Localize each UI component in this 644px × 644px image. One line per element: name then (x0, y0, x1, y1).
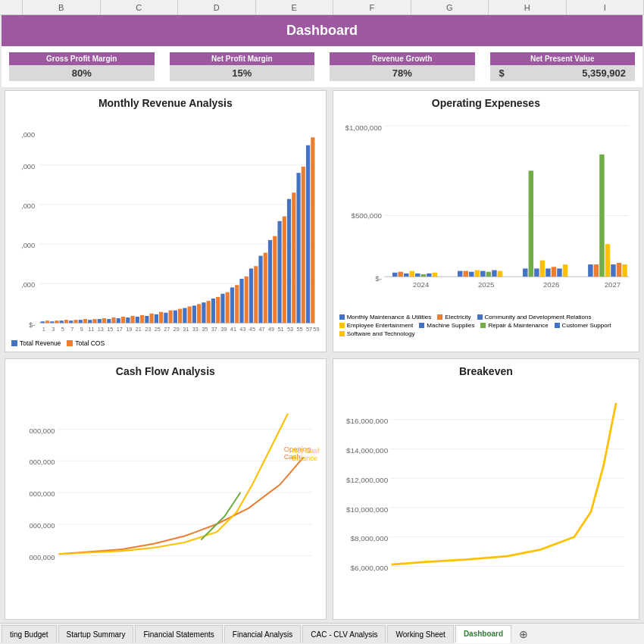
svg-rect-59 (268, 240, 272, 323)
legend-total-cos: Total COS (67, 339, 105, 347)
kpi-row: Gross Profit Margin 80% Net Profit Margi… (2, 46, 642, 87)
svg-text:,000: ,000 (21, 281, 35, 289)
svg-text:39: 39 (220, 326, 227, 333)
tab-add-button[interactable]: ⊕ (513, 625, 534, 643)
tab-cac-clv[interactable]: CAC - CLV Analysis (302, 625, 386, 643)
svg-text:47: 47 (258, 326, 264, 333)
svg-rect-118 (480, 271, 485, 277)
svg-text:000,000: 000,000 (29, 490, 55, 498)
svg-rect-55 (249, 268, 253, 323)
svg-text:000,000: 000,000 (29, 521, 55, 529)
svg-rect-12 (45, 320, 49, 323)
svg-rect-136 (622, 264, 627, 277)
svg-rect-25 (107, 319, 111, 323)
monthly-revenue-legend: Total Revenue Total COS (11, 339, 320, 347)
svg-rect-16 (64, 320, 68, 323)
kpi-npv-number: 5,359,902 (582, 67, 626, 79)
tab-bar: ting Budget Startup Summary Financial St… (0, 623, 644, 644)
legend-repair: Repair & Maintenance (480, 322, 548, 329)
svg-rect-64 (292, 192, 295, 323)
svg-text:2025: 2025 (478, 280, 495, 289)
kpi-gross-profit-label: Gross Profit Margin (9, 52, 155, 65)
svg-rect-119 (486, 272, 490, 277)
svg-rect-34 (149, 314, 153, 324)
svg-rect-113 (432, 273, 436, 277)
svg-rect-66 (302, 167, 305, 323)
svg-rect-38 (169, 311, 173, 324)
svg-rect-107 (398, 272, 402, 277)
monthly-revenue-title: Monthly Revenue Analysis (11, 97, 320, 109)
svg-rect-52 (235, 285, 239, 323)
svg-text:Balance: Balance (292, 455, 317, 462)
operating-expenses-title: Operating Expeneses (339, 97, 633, 109)
svg-rect-134 (611, 264, 615, 277)
col-d: D (178, 0, 256, 14)
svg-text:31: 31 (183, 326, 189, 333)
col-b: B (23, 0, 101, 14)
svg-rect-33 (145, 316, 148, 323)
svg-rect-127 (551, 267, 555, 277)
svg-rect-51 (230, 287, 234, 323)
svg-rect-63 (287, 199, 291, 324)
svg-rect-116 (469, 272, 474, 277)
kpi-revenue-growth: Revenue Growth 78% (330, 52, 475, 81)
col-g: G (411, 0, 489, 14)
svg-text:57: 57 (306, 326, 312, 333)
svg-rect-60 (273, 236, 277, 324)
legend-label-revenue: Total Revenue (20, 339, 61, 347)
legend-customer: Customer Support (555, 322, 611, 329)
svg-rect-53 (239, 279, 243, 323)
svg-rect-26 (111, 317, 115, 323)
svg-text:$14,000,000: $14,000,000 (346, 446, 389, 455)
svg-rect-106 (392, 273, 397, 277)
svg-rect-24 (102, 318, 106, 323)
tab-working-sheet[interactable]: Working Sheet (387, 625, 453, 643)
svg-rect-23 (98, 319, 102, 323)
svg-text:000,000: 000,000 (29, 458, 55, 466)
svg-text:49: 49 (268, 326, 274, 333)
svg-rect-115 (463, 271, 467, 277)
svg-rect-42 (188, 306, 192, 323)
svg-rect-114 (458, 271, 462, 277)
row-number-header (0, 0, 23, 14)
tab-financial-analysis[interactable]: Financial Analysis (224, 625, 301, 643)
tab-dashboard[interactable]: Dashboard (455, 625, 511, 643)
svg-text:37: 37 (211, 326, 217, 333)
svg-rect-62 (283, 217, 286, 324)
svg-rect-124 (534, 268, 539, 277)
svg-text:5: 5 (61, 326, 64, 333)
svg-rect-43 (192, 305, 196, 323)
svg-text:$12,000,000: $12,000,000 (346, 475, 389, 483)
tab-financial-statements[interactable]: Financial Statements (135, 625, 222, 643)
kpi-npv-value: $ 5,359,902 (490, 65, 636, 81)
monthly-revenue-chart: Monthly Revenue Analysis $- ,000 ,000 ,0… (5, 90, 327, 352)
tab-marketing-budget[interactable]: ting Budget (2, 625, 57, 643)
tab-startup-summary[interactable]: Startup Summary (58, 625, 134, 643)
svg-rect-41 (183, 308, 186, 324)
legend-electricity: Electricity (437, 314, 470, 320)
svg-rect-61 (277, 221, 281, 324)
svg-rect-122 (523, 268, 527, 277)
svg-rect-120 (492, 270, 496, 277)
svg-rect-56 (254, 266, 258, 323)
svg-text:25: 25 (155, 326, 161, 333)
svg-text:$-: $- (375, 274, 382, 283)
svg-text:9: 9 (80, 326, 83, 333)
svg-rect-28 (121, 317, 125, 323)
svg-text:17: 17 (117, 326, 123, 333)
svg-rect-132 (599, 155, 604, 277)
svg-rect-121 (497, 271, 502, 277)
svg-rect-135 (616, 263, 621, 277)
legend-dot-revenue (11, 340, 17, 346)
svg-rect-58 (264, 253, 267, 324)
svg-rect-110 (415, 274, 420, 277)
svg-text:000,000: 000,000 (29, 427, 55, 434)
svg-rect-31 (136, 317, 139, 323)
svg-text:55: 55 (296, 326, 302, 333)
kpi-revenue-growth-value: 78% (330, 65, 475, 81)
svg-rect-112 (427, 274, 431, 277)
cash-flow-svg: 000,000 000,000 000,000 000,000 000,000 … (11, 382, 320, 580)
svg-rect-15 (60, 320, 64, 323)
svg-text:19: 19 (126, 326, 132, 333)
svg-rect-17 (69, 320, 73, 323)
